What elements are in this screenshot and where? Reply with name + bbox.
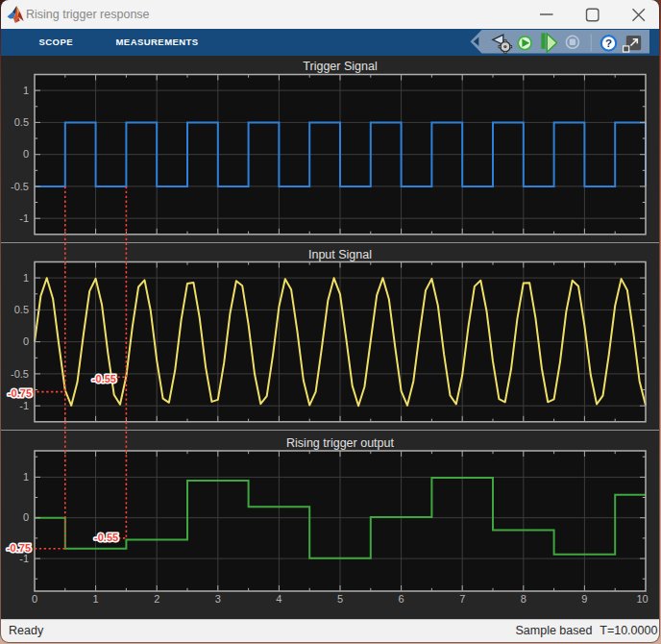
svg-text:0.5: 0.5 <box>14 116 29 128</box>
svg-text:10: 10 <box>636 593 648 605</box>
svg-text:3: 3 <box>215 593 221 605</box>
svg-text:?: ? <box>605 37 612 49</box>
svg-text:Rising trigger response: Rising trigger response <box>26 8 150 21</box>
svg-text:0: 0 <box>23 335 29 347</box>
svg-text:1: 1 <box>23 272 29 284</box>
svg-text:0.5: 0.5 <box>14 304 29 315</box>
svg-text:-0.55: -0.55 <box>92 373 116 384</box>
svg-text:1: 1 <box>93 593 99 605</box>
svg-text:Rising trigger output: Rising trigger output <box>286 436 394 450</box>
svg-text:1: 1 <box>23 85 29 96</box>
svg-text:-0.55: -0.55 <box>94 532 118 543</box>
svg-text:9: 9 <box>581 593 587 605</box>
svg-text:4: 4 <box>276 593 282 605</box>
svg-text:0: 0 <box>32 593 37 605</box>
svg-text:6: 6 <box>399 593 404 605</box>
svg-text:1: 1 <box>23 471 29 483</box>
svg-text:-0.75: -0.75 <box>7 542 31 554</box>
svg-text:-0.5: -0.5 <box>11 181 29 192</box>
svg-text:-0.5: -0.5 <box>11 368 29 380</box>
svg-text:0: 0 <box>23 148 29 160</box>
svg-text:Trigger Signal: Trigger Signal <box>303 60 377 73</box>
svg-text:Input Signal: Input Signal <box>308 248 372 261</box>
svg-text:2: 2 <box>154 593 159 605</box>
svg-text:-1: -1 <box>19 400 29 411</box>
svg-text:-0.75: -0.75 <box>8 387 32 399</box>
svg-text:0: 0 <box>23 511 29 523</box>
svg-text:7: 7 <box>459 593 465 605</box>
svg-text:-1: -1 <box>19 212 29 224</box>
svg-text:5: 5 <box>337 593 343 605</box>
svg-text:-1: -1 <box>19 553 29 564</box>
svg-text:8: 8 <box>521 593 526 605</box>
